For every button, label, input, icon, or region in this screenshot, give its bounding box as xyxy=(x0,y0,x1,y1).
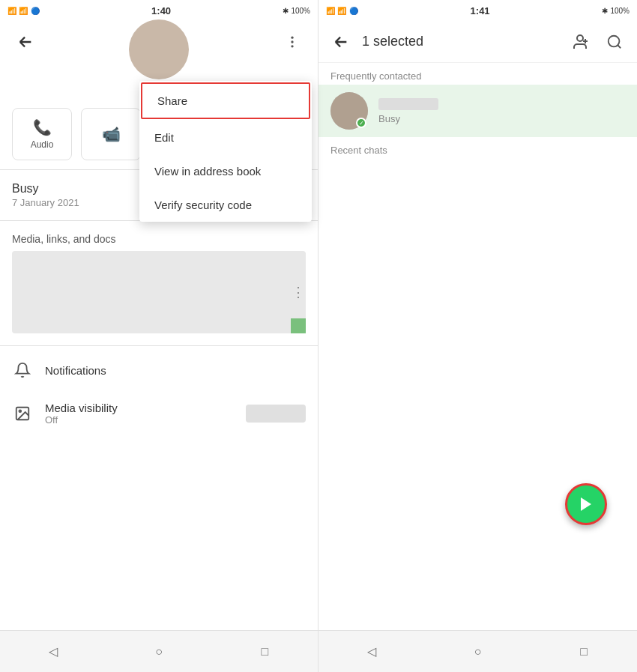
media-section: Media, links, and docs ⋮ xyxy=(0,224,318,342)
nav-home-left[interactable]: ○ xyxy=(144,637,174,667)
bluetooth-icon-right: ✱ xyxy=(602,7,608,15)
status-bar-right: 📶 📶 🔵 1:41 ✱ 100% xyxy=(318,0,637,21)
signal-icon-right: 📶 📶 xyxy=(326,7,346,15)
header-title-right: 1 selected xyxy=(362,34,559,49)
media-thumbnail[interactable]: ⋮ xyxy=(12,251,306,333)
nav-recents-left[interactable]: □ xyxy=(250,637,280,667)
svg-point-8 xyxy=(609,35,620,46)
recents-nav-icon-left: □ xyxy=(261,645,268,659)
left-panel: 📶 📶 🔵 1:40 ✱ 100% 📞 Audio xyxy=(0,0,318,672)
avatar-left xyxy=(129,19,189,79)
media-corner-accent xyxy=(291,318,306,333)
svg-point-1 xyxy=(291,40,293,43)
svg-line-9 xyxy=(618,45,621,48)
audio-button[interactable]: 📞 Audio xyxy=(12,108,72,160)
wifi-icon-left: 🔵 xyxy=(31,7,40,15)
home-nav-icon-right: ○ xyxy=(474,645,482,659)
online-badge: ✓ xyxy=(356,118,366,128)
contact-list-item-selected[interactable]: ✓ Busy xyxy=(318,85,637,137)
signal-icon-left: 📶 📶 xyxy=(7,7,28,15)
phone-icon: 📞 xyxy=(33,118,52,136)
media-visibility-value: Off xyxy=(45,414,234,426)
add-contact-button[interactable] xyxy=(567,28,594,55)
notifications-text: Notifications xyxy=(45,364,306,377)
media-visibility-toggle[interactable] xyxy=(246,405,306,423)
check-icon: ✓ xyxy=(359,120,364,127)
right-panel: 📶 📶 🔵 1:41 ✱ 100% 1 selected xyxy=(318,0,637,672)
svg-marker-10 xyxy=(581,497,591,511)
status-bar-right-icons: 📶 📶 🔵 xyxy=(326,7,358,15)
status-bar-left-icons: 📶 📶 🔵 xyxy=(7,7,40,15)
nav-back-right[interactable]: ◁ xyxy=(357,637,387,667)
context-menu: Share Edit View in address book Verify s… xyxy=(139,81,312,222)
media-visibility-item[interactable]: Media visibility Off xyxy=(0,391,318,436)
notifications-label: Notifications xyxy=(45,364,306,377)
svg-point-2 xyxy=(291,45,293,47)
media-visibility-text: Media visibility Off xyxy=(45,402,234,426)
back-nav-icon-right: ◁ xyxy=(367,644,376,659)
bottom-nav-right: ◁ ○ □ xyxy=(318,630,637,672)
contact-info-right: Busy xyxy=(378,98,625,124)
notifications-item[interactable]: Notifications xyxy=(0,349,318,391)
more-menu-button[interactable] xyxy=(279,28,306,55)
time-right: 1:41 xyxy=(471,5,490,16)
frequently-contacted-label: Frequently contacted xyxy=(318,63,637,85)
bell-icon xyxy=(12,360,33,381)
right-content: Frequently contacted ✓ Busy Recent chats xyxy=(318,63,637,630)
recents-nav-icon-right: □ xyxy=(580,645,588,659)
back-button-right[interactable] xyxy=(327,28,354,55)
header-right: 1 selected xyxy=(318,21,637,63)
svg-point-0 xyxy=(291,37,293,39)
battery-icon-right: 100% xyxy=(610,7,630,15)
video-button[interactable]: 📹 xyxy=(81,108,141,160)
contact-name-placeholder xyxy=(378,98,438,110)
battery-left: ✱ 100% xyxy=(283,7,310,15)
header-left xyxy=(0,21,318,63)
search-button-right[interactable] xyxy=(601,28,628,55)
audio-label: Audio xyxy=(31,139,54,150)
context-menu-view-address-book[interactable]: View in address book xyxy=(139,154,312,188)
send-fab-button[interactable] xyxy=(565,483,607,525)
video-icon: 📹 xyxy=(102,125,121,143)
context-menu-verify-security[interactable]: Verify security code xyxy=(139,188,312,222)
svg-point-5 xyxy=(577,35,583,41)
battery-right: ✱ 100% xyxy=(602,7,630,15)
image-icon xyxy=(12,403,33,424)
context-menu-share[interactable]: Share xyxy=(141,82,310,119)
recent-chats-label: Recent chats xyxy=(318,137,637,159)
back-button-left[interactable] xyxy=(12,28,39,55)
nav-home-right[interactable]: ○ xyxy=(462,637,492,667)
back-nav-icon-left: ◁ xyxy=(49,644,58,659)
avatar-container xyxy=(39,0,279,87)
context-menu-edit[interactable]: Edit xyxy=(139,121,312,154)
svg-point-4 xyxy=(19,410,21,412)
divider-3 xyxy=(0,345,318,346)
nav-back-left[interactable]: ◁ xyxy=(38,637,68,667)
battery-icon-left: 100% xyxy=(291,7,310,15)
bluetooth-icon-left: ✱ xyxy=(283,7,289,15)
contact-avatar-right: ✓ xyxy=(330,92,368,130)
contact-status-right: Busy xyxy=(378,113,625,124)
media-label: Media, links, and docs xyxy=(12,233,306,245)
home-nav-icon-left: ○ xyxy=(155,645,163,659)
media-visibility-label: Media visibility xyxy=(45,402,234,414)
bottom-nav-left: ◁ ○ □ xyxy=(0,630,318,672)
nav-recents-right[interactable]: □ xyxy=(569,637,599,667)
wifi-icon-right: 🔵 xyxy=(349,7,358,15)
